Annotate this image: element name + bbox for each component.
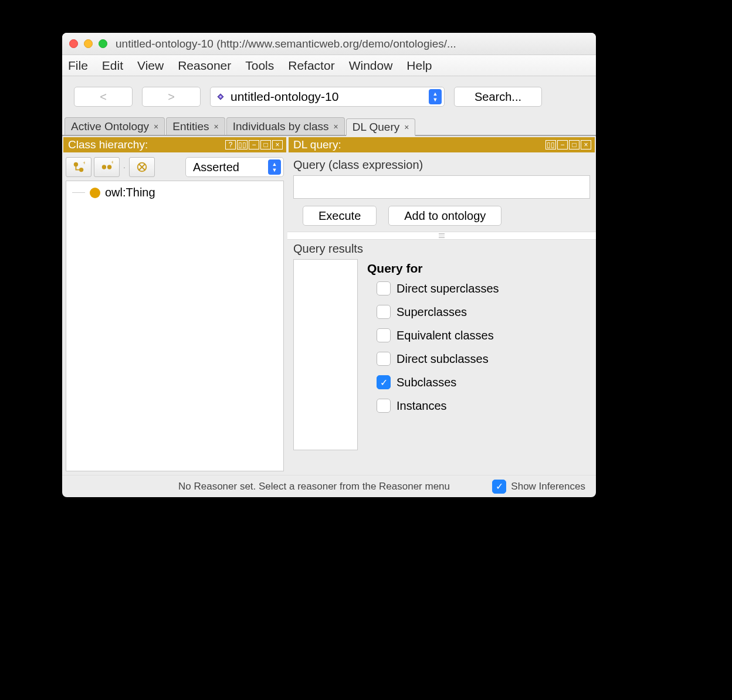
traffic-lights xyxy=(69,39,107,48)
tab-active-ontology[interactable]: Active Ontology × xyxy=(65,117,165,135)
menu-edit[interactable]: Edit xyxy=(102,59,123,73)
option-superclasses[interactable]: Superclasses xyxy=(377,305,590,319)
option-direct-superclasses[interactable]: Direct superclasses xyxy=(377,281,590,295)
query-expression-input[interactable] xyxy=(293,175,590,199)
tab-label: Active Ontology xyxy=(71,120,149,133)
pane-header-icons: ? ▯▯ − □ × xyxy=(225,140,283,149)
option-instances[interactable]: Instances xyxy=(377,399,590,413)
menu-help[interactable]: Help xyxy=(406,59,432,73)
window-title: untitled-ontology-10 (http://www.semanti… xyxy=(116,38,589,50)
menu-reasoner[interactable]: Reasoner xyxy=(178,59,231,73)
pane-title: DL query: xyxy=(293,138,341,151)
ontology-selector[interactable]: untitled-ontology-10 ▲▼ xyxy=(210,87,445,107)
menu-file[interactable]: File xyxy=(68,59,88,73)
show-inferences-toggle[interactable]: ✓ Show Inferences xyxy=(492,480,585,494)
menu-tools[interactable]: Tools xyxy=(245,59,274,73)
status-bar: No Reasoner set. Select a reasoner from … xyxy=(62,475,596,497)
minimize-window-button[interactable] xyxy=(84,39,93,48)
svg-point-3 xyxy=(79,168,83,172)
search-button[interactable]: Search... xyxy=(454,87,542,107)
pane-title: Class hierarchy: xyxy=(68,138,148,151)
query-buttons: Execute Add to ontology xyxy=(293,206,590,226)
close-icon[interactable]: × xyxy=(154,122,158,131)
query-for-options: Direct superclasses Superclasses Equival… xyxy=(367,281,590,413)
pane-header-icons: ▯▯ − □ × xyxy=(545,140,591,149)
query-results-label: Query results xyxy=(287,240,596,259)
option-label: Equivalent classes xyxy=(396,329,494,342)
menubar: File Edit View Reasoner Tools Refactor W… xyxy=(62,55,596,76)
tab-label: DL Query xyxy=(353,121,400,134)
checkbox[interactable] xyxy=(377,352,391,366)
close-icon[interactable]: × xyxy=(214,122,219,131)
option-direct-subclasses[interactable]: Direct subclasses xyxy=(377,352,590,366)
option-label: Superclasses xyxy=(396,305,467,319)
execute-button[interactable]: Execute xyxy=(303,206,377,226)
tab-label: Individuals by class xyxy=(233,120,329,133)
close-pane-icon[interactable]: × xyxy=(581,140,591,149)
class-icon xyxy=(90,188,100,198)
help-icon[interactable]: ? xyxy=(225,140,236,149)
split-vertical-icon[interactable]: ▯▯ xyxy=(237,140,248,149)
query-results-list[interactable] xyxy=(293,259,358,450)
menu-refactor[interactable]: Refactor xyxy=(288,59,334,73)
checkbox[interactable] xyxy=(377,305,391,319)
class-hierarchy-toolbar: + + · Asserted ▲▼ xyxy=(62,154,287,181)
checkbox[interactable] xyxy=(377,281,391,295)
tab-bar: Active Ontology × Entities × Individuals… xyxy=(62,117,596,136)
checkbox[interactable] xyxy=(377,399,391,413)
main-body: Class hierarchy: ? ▯▯ − □ × + + · xyxy=(62,136,596,475)
option-label: Direct superclasses xyxy=(396,282,499,295)
ontology-selected-label: untitled-ontology-10 xyxy=(231,90,429,104)
back-button[interactable]: < xyxy=(74,87,133,107)
tab-dl-query[interactable]: DL Query × xyxy=(346,118,416,136)
zoom-window-button[interactable] xyxy=(99,39,107,48)
tab-entities[interactable]: Entities × xyxy=(166,117,225,135)
query-input-section: Query (class expression) Execute Add to … xyxy=(287,154,596,232)
class-hierarchy-header: Class hierarchy: ? ▯▯ − □ × xyxy=(63,137,286,152)
dropdown-arrows-icon: ▲▼ xyxy=(429,89,442,104)
maximize-pane-icon[interactable]: □ xyxy=(260,140,271,149)
close-icon[interactable]: × xyxy=(404,123,409,132)
option-label: Instances xyxy=(396,399,447,413)
split-vertical-icon[interactable]: ▯▯ xyxy=(545,140,556,149)
close-icon[interactable]: × xyxy=(333,122,338,131)
maximize-pane-icon[interactable]: □ xyxy=(569,140,580,149)
add-to-ontology-button[interactable]: Add to ontology xyxy=(388,206,501,226)
reasoner-status: No Reasoner set. Select a reasoner from … xyxy=(73,481,450,492)
hierarchy-mode-label: Asserted xyxy=(193,161,239,174)
option-subclasses[interactable]: ✓ Subclasses xyxy=(377,375,590,389)
ontology-icon xyxy=(215,91,226,102)
menu-view[interactable]: View xyxy=(137,59,164,73)
menu-window[interactable]: Window xyxy=(349,59,393,73)
delete-class-button[interactable] xyxy=(129,157,155,177)
tab-individuals-by-class[interactable]: Individuals by class × xyxy=(226,117,345,135)
tree-node-label: owl:Thing xyxy=(105,186,155,199)
checkbox[interactable] xyxy=(377,328,391,342)
dl-query-header: DL query: ▯▯ − □ × xyxy=(289,137,595,152)
checkbox[interactable]: ✓ xyxy=(492,480,506,494)
hierarchy-mode-selector[interactable]: Asserted ▲▼ xyxy=(185,157,284,177)
svg-point-6 xyxy=(107,165,111,169)
svg-point-1 xyxy=(219,96,222,98)
minimize-pane-icon[interactable]: − xyxy=(557,140,568,149)
app-window: untitled-ontology-10 (http://www.semanti… xyxy=(62,33,596,497)
show-inferences-label: Show Inferences xyxy=(511,481,585,492)
class-hierarchy-pane: Class hierarchy: ? ▯▯ − □ × + + · xyxy=(62,136,287,475)
forward-button[interactable]: > xyxy=(142,87,201,107)
close-pane-icon[interactable]: × xyxy=(272,140,283,149)
option-label: Direct subclasses xyxy=(396,352,489,366)
option-equivalent-classes[interactable]: Equivalent classes xyxy=(377,328,590,342)
dl-query-pane: DL query: ▯▯ − □ × Query (class expressi… xyxy=(287,136,596,475)
add-sibling-button[interactable]: + xyxy=(94,157,120,177)
query-results-row: Query for Direct superclasses Superclass… xyxy=(287,259,596,456)
checkbox[interactable]: ✓ xyxy=(377,375,391,389)
class-tree[interactable]: owl:Thing xyxy=(66,181,284,471)
minimize-pane-icon[interactable]: − xyxy=(249,140,259,149)
toolbar: < > untitled-ontology-10 ▲▼ Search... xyxy=(62,76,596,117)
titlebar: untitled-ontology-10 (http://www.semanti… xyxy=(62,33,596,55)
add-subclass-button[interactable]: + xyxy=(66,157,92,177)
split-handle[interactable] xyxy=(287,232,596,240)
close-window-button[interactable] xyxy=(69,39,78,48)
tree-node-owl-thing[interactable]: owl:Thing xyxy=(72,186,277,199)
svg-text:+: + xyxy=(83,161,85,166)
